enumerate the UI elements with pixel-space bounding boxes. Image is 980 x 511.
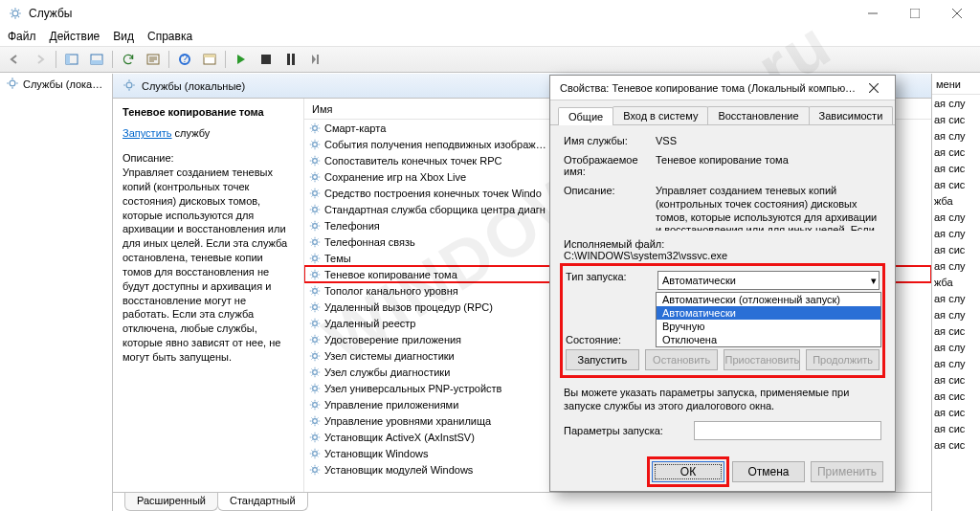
gear-icon — [308, 333, 322, 346]
svg-rect-10 — [204, 55, 215, 57]
dialog-titlebar[interactable]: Свойства: Теневое копирование тома (Лока… — [550, 76, 895, 100]
obscured-row: ая сис — [932, 144, 980, 160]
input-start-params[interactable] — [694, 421, 881, 440]
svg-point-20 — [313, 174, 318, 179]
svg-point-35 — [313, 418, 318, 423]
gear-icon — [308, 431, 322, 444]
dialog-footer: ОК Отмена Применить — [550, 453, 895, 491]
start-service-link-row: Запустить службу — [122, 127, 294, 139]
toolbar-refresh[interactable] — [117, 49, 140, 70]
menu-file[interactable]: Файл — [8, 30, 36, 43]
label-service-name: Имя службы: — [564, 135, 656, 146]
pane-header-title: Службы (локальные) — [142, 80, 245, 92]
window-minimize-button[interactable] — [852, 0, 894, 27]
button-start[interactable]: Запустить — [566, 349, 639, 370]
menu-action[interactable]: Действие — [50, 30, 100, 43]
gear-icon — [308, 138, 322, 151]
menu-help[interactable]: Справка — [147, 30, 192, 43]
start-service-link[interactable]: Запустить — [122, 127, 172, 139]
dialog-title: Свойства: Теневое копирование тома (Лока… — [560, 82, 858, 94]
gear-icon — [308, 122, 322, 135]
toolbar-back[interactable] — [4, 49, 27, 70]
gear-icon — [308, 219, 322, 233]
svg-point-29 — [313, 321, 318, 325]
gear-icon — [308, 170, 322, 184]
toolbar: ? — [0, 46, 980, 73]
gear-icon — [308, 366, 322, 379]
service-name: Теневое копирование тома — [324, 269, 457, 280]
startup-option[interactable]: Вручную — [657, 320, 880, 333]
startup-type-dropdown[interactable]: Автоматически (отложенный запуск)Автомат… — [656, 292, 881, 347]
svg-point-16 — [126, 82, 132, 88]
dialog-close-button[interactable] — [858, 77, 889, 100]
toolbar-properties[interactable] — [198, 49, 221, 70]
toolbar-stop-service[interactable] — [255, 49, 278, 70]
toolbar-separator — [56, 51, 56, 68]
dialog-tab-general[interactable]: Общие — [558, 107, 613, 125]
service-name: Установщик ActiveX (AxInstSV) — [324, 432, 475, 443]
svg-point-22 — [313, 207, 318, 211]
startup-type-combo[interactable]: Автоматически ▾ — [657, 271, 880, 290]
startup-option[interactable]: Автоматически — [657, 306, 880, 320]
button-apply[interactable]: Применить — [811, 461, 883, 482]
toolbar-start-service[interactable] — [230, 49, 253, 70]
svg-rect-11 — [261, 55, 271, 64]
toolbar-separator — [168, 51, 169, 68]
value-description: Управляет созданием теневых копий (контр… — [656, 185, 881, 231]
properties-dialog: Свойства: Теневое копирование тома (Лока… — [549, 75, 896, 492]
button-resume[interactable]: Продолжить — [806, 349, 880, 370]
service-name: Узел системы диагностики — [324, 350, 455, 362]
startup-option[interactable]: Отключена — [657, 333, 880, 346]
toolbar-restart-service[interactable] — [304, 49, 327, 70]
service-name: Управление уровнями хранилища — [324, 415, 491, 427]
button-cancel[interactable]: Отмена — [732, 461, 805, 482]
service-name: Стандартная служба сборщика центра диагн — [324, 204, 546, 215]
selected-service-name: Теневое копирование тома — [122, 106, 294, 118]
toolbar-details[interactable] — [85, 49, 108, 70]
svg-point-28 — [313, 304, 318, 309]
console-tree[interactable]: Службы (локальн — [0, 74, 113, 511]
button-pause[interactable]: Приостановить — [724, 349, 800, 370]
toolbar-help[interactable]: ? — [173, 49, 196, 70]
svg-point-25 — [313, 256, 318, 260]
startup-option[interactable]: Автоматически (отложенный запуск) — [657, 293, 880, 306]
svg-point-21 — [313, 190, 318, 195]
dialog-tab-recovery[interactable]: Восстановление — [707, 106, 809, 124]
toolbar-forward[interactable] — [29, 49, 52, 70]
service-name: Удаленный реестр — [324, 318, 415, 329]
service-name: Смарт-карта — [324, 122, 386, 134]
button-stop[interactable]: Остановить — [645, 349, 719, 370]
svg-rect-5 — [91, 60, 102, 64]
toolbar-export[interactable] — [142, 49, 165, 70]
svg-point-27 — [313, 288, 318, 293]
obscured-row: ая сис — [932, 322, 980, 339]
toolbar-separator — [112, 51, 113, 68]
svg-point-32 — [313, 369, 318, 374]
services-icon — [122, 78, 136, 94]
service-name: Узел службы диагностики — [324, 367, 450, 378]
obscured-row: жба — [932, 192, 980, 209]
window-maximize-button[interactable] — [894, 0, 936, 27]
dialog-tab-logon[interactable]: Вход в систему — [612, 106, 708, 124]
menu-view[interactable]: Вид — [113, 30, 134, 43]
menu-bar: Файл Действие Вид Справка — [0, 27, 980, 46]
svg-rect-3 — [66, 55, 70, 64]
tree-root-services[interactable]: Службы (локальн — [0, 74, 112, 95]
toolbar-pause-service[interactable] — [279, 49, 302, 70]
gear-icon — [308, 235, 322, 249]
tab-standard[interactable]: Стандартный — [217, 493, 308, 511]
service-name: События получения неподвижных изображ… — [324, 139, 546, 150]
svg-point-0 — [12, 11, 18, 16]
svg-point-33 — [313, 386, 318, 390]
window-title: Службы — [29, 7, 852, 20]
service-name: Сопоставитель конечных точек RPC — [324, 155, 501, 167]
value-service-name: VSS — [656, 135, 881, 146]
window-close-button[interactable] — [936, 0, 978, 27]
button-ok[interactable]: ОК — [652, 461, 724, 482]
gear-icon — [308, 187, 322, 200]
dialog-tab-dependencies[interactable]: Зависимости — [809, 106, 894, 124]
service-name: Узел универсальных PNP-устройств — [324, 383, 501, 394]
toolbar-show-hide[interactable] — [60, 49, 83, 70]
gear-icon — [308, 284, 322, 298]
tab-extended[interactable]: Расширенный — [124, 493, 218, 511]
